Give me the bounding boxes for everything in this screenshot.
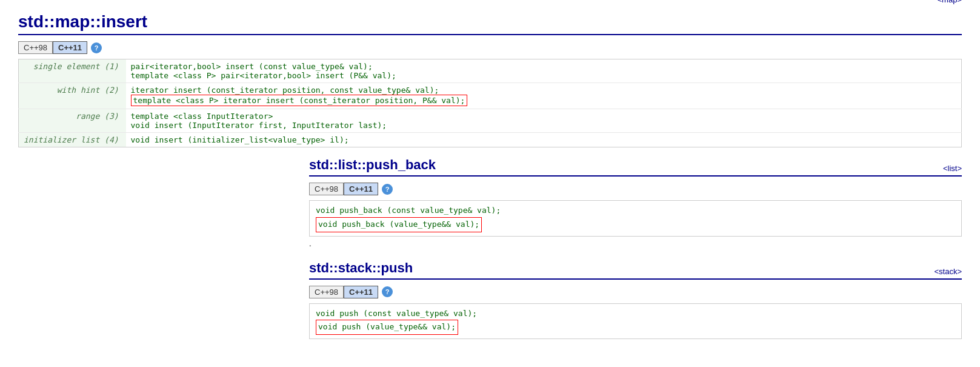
highlighted-code: template <class P> iterator insert (cons… [131, 95, 468, 106]
stack-title-main: stack::push [338, 260, 413, 275]
map-row-code-2: iterator insert (const_iterator position… [126, 83, 962, 109]
map-title-prefix: std:: [18, 12, 55, 31]
table-row: with hint (2) iterator insert (const_ite… [19, 83, 962, 109]
list-section: std::list::push_back <list> C++98 C++11 … [309, 157, 962, 248]
table-row: initializer list (4) void insert (initia… [19, 133, 962, 147]
map-tab-cpp98[interactable]: C++98 [18, 41, 53, 54]
list-title-main: list::push_back [338, 157, 436, 172]
map-title: std::map::insert [18, 12, 147, 32]
map-row-label-4: initializer list (4) [19, 133, 126, 147]
list-code-box: void push_back (const value_type& val); … [309, 200, 962, 237]
highlighted-code: void push (value_type&& val); [316, 320, 458, 335]
list-divider [309, 175, 962, 177]
list-header-row: std::list::push_back <list> [309, 157, 962, 173]
map-top-link[interactable]: <map> [938, 0, 962, 4]
code-line-highlighted: void push (value_type&& val); [316, 320, 955, 335]
map-row-code-1: pair<iterator,bool> insert (const value_… [126, 59, 962, 83]
map-row-label-2: with hint (2) [19, 83, 126, 109]
map-signature-table: single element (1) pair<iterator,bool> i… [18, 59, 962, 147]
list-title: std::list::push_back [309, 157, 436, 173]
map-row-label-3: range (3) [19, 109, 126, 133]
map-help-icon[interactable]: ? [91, 42, 102, 53]
stack-header-row: std::stack::push <stack> [309, 260, 962, 276]
map-divider [18, 34, 962, 35]
map-title-main: map::insert [55, 12, 147, 31]
map-tab-cpp11[interactable]: C++11 [53, 41, 87, 54]
code-line-highlighted: void push_back (value_type&& val); [316, 217, 955, 232]
stack-section: std::stack::push <stack> C++98 C++11 ? v… [309, 260, 962, 340]
code-line: void push (const value_type& val); [316, 308, 955, 320]
highlighted-code: void push_back (value_type&& val); [316, 217, 482, 232]
stack-tab-cpp98[interactable]: C++98 [309, 286, 344, 298]
map-section: std::map::insert <map> C++98 C++11 ? sin… [18, 12, 962, 147]
code-line: template <class P> pair<iterator,bool> i… [131, 71, 956, 80]
stack-title-prefix: std:: [309, 260, 338, 275]
stack-title: std::stack::push [309, 260, 413, 276]
code-line: void insert (InputIterator first, InputI… [131, 121, 956, 130]
code-line: iterator insert (const_iterator position… [131, 86, 956, 95]
stack-tab-cpp11[interactable]: C++11 [344, 286, 378, 298]
table-row: single element (1) pair<iterator,bool> i… [19, 59, 962, 83]
code-line: pair<iterator,bool> insert (const value_… [131, 62, 956, 71]
map-row-code-3: template <class InputIterator> void inse… [126, 109, 962, 133]
dot-separator: . [309, 239, 962, 248]
code-line: void insert (initializer_list<value_type… [131, 135, 956, 144]
map-tabs-row: C++98 C++11 ? [18, 41, 962, 54]
stack-tabs-row: C++98 C++11 ? [309, 286, 962, 298]
stack-code-box: void push (const value_type& val); void … [309, 303, 962, 340]
list-top-link[interactable]: <list> [943, 164, 962, 173]
list-tabs-row: C++98 C++11 ? [309, 183, 962, 195]
table-row: range (3) template <class InputIterator>… [19, 109, 962, 133]
stack-top-link[interactable]: <stack> [934, 267, 962, 276]
stack-divider [309, 278, 962, 280]
code-line: template <class InputIterator> [131, 112, 956, 121]
list-help-icon[interactable]: ? [382, 184, 393, 195]
code-line: void push_back (const value_type& val); [316, 204, 955, 217]
map-row-code-4: void insert (initializer_list<value_type… [126, 133, 962, 147]
code-line-highlighted: template <class P> iterator insert (cons… [131, 95, 956, 106]
list-tab-cpp11[interactable]: C++11 [344, 183, 378, 195]
list-tab-cpp98[interactable]: C++98 [309, 183, 344, 195]
map-row-label-1: single element (1) [19, 59, 126, 83]
list-title-prefix: std:: [309, 157, 338, 172]
stack-help-icon[interactable]: ? [382, 286, 393, 297]
